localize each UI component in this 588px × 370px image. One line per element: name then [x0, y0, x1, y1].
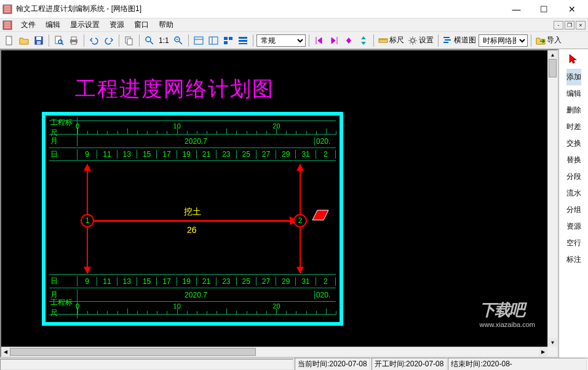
day-cell: 31: [296, 150, 316, 159]
layout4-button[interactable]: [236, 34, 250, 47]
status-current-time: 当前时间:2020-07-08: [295, 358, 370, 370]
toolbar: 1:1 常规 标尺 设置 横道图 时标网络图 导入: [0, 32, 588, 49]
maximize-button[interactable]: ☐: [530, 1, 558, 18]
menu-window[interactable]: 窗口: [129, 18, 154, 31]
open-button[interactable]: [17, 34, 31, 47]
diagram-frame: 工程标尺 01020 月 2020.7020. 日 91113151719212…: [42, 112, 343, 326]
menu-help[interactable]: 帮助: [154, 18, 178, 31]
status-blank: [0, 359, 293, 370]
redo-button[interactable]: [102, 34, 116, 47]
close-button[interactable]: ✕: [558, 1, 586, 18]
svg-line-17: [179, 41, 182, 44]
mdi-close[interactable]: ×: [576, 21, 586, 30]
undo-button[interactable]: [87, 34, 101, 47]
gantt-button[interactable]: 横道图: [442, 35, 477, 45]
day-cell: 9: [77, 150, 97, 159]
horizontal-scrollbar[interactable]: ◀ ▶: [1, 347, 547, 356]
svg-rect-33: [443, 42, 448, 43]
ruler-button[interactable]: 标尺: [377, 35, 405, 45]
style-dropdown[interactable]: 常规: [256, 34, 306, 47]
nav-last-button[interactable]: [327, 34, 341, 47]
view-dropdown[interactable]: 时标网络图: [479, 34, 528, 47]
tool-空行[interactable]: 空行: [566, 235, 581, 251]
milestone-flag: [311, 209, 330, 221]
scroll-left-arrow[interactable]: ◀: [1, 347, 10, 356]
svg-rect-25: [224, 41, 228, 44]
svg-rect-19: [194, 37, 203, 44]
task-name: 挖土: [184, 207, 201, 218]
canvas-container: 工程进度网络计划图 工程标尺 01020 月 2020.7020. 日 9111…: [0, 49, 558, 358]
svg-rect-21: [209, 37, 218, 44]
tool-交换[interactable]: 交换: [566, 135, 581, 152]
canvas[interactable]: 工程进度网络计划图 工程标尺 01020 月 2020.7020. 日 9111…: [1, 50, 547, 347]
svg-rect-11: [71, 42, 76, 44]
statusbar: 当前时间:2020-07-08 开工时间:2020-07-08 结束时间:202…: [0, 358, 588, 370]
scroll-corner: [547, 347, 557, 356]
tool-时差[interactable]: 时差: [566, 119, 581, 135]
tool-编辑[interactable]: 编辑: [566, 85, 581, 102]
mdi-minimize[interactable]: -: [554, 21, 563, 30]
nav-first-button[interactable]: [312, 34, 326, 47]
mdi-restore[interactable]: ❐: [565, 21, 574, 30]
scroll-down-arrow[interactable]: ▼: [548, 338, 557, 347]
tool-添加[interactable]: 添加: [566, 69, 581, 85]
menu-resource[interactable]: 资源: [105, 18, 129, 31]
vertical-scrollbar[interactable]: ▲ ▼: [547, 50, 557, 347]
tool-资源[interactable]: 资源: [566, 218, 581, 235]
menu-display[interactable]: 显示设置: [65, 18, 105, 31]
layout3-button[interactable]: [221, 34, 235, 47]
node-2[interactable]: 2: [293, 214, 307, 227]
zoom-fit-button[interactable]: [172, 34, 185, 47]
svg-rect-13: [127, 39, 132, 45]
hscroll-thumb[interactable]: [10, 348, 256, 356]
day-row-top: 日 911131517192123252729312: [49, 148, 336, 161]
tool-替换[interactable]: 替换: [566, 152, 581, 168]
print-button[interactable]: [67, 34, 81, 47]
svg-rect-28: [239, 43, 247, 44]
ruler-row-top: 工程标尺 01020: [49, 120, 336, 134]
layout2-button[interactable]: [207, 34, 220, 47]
day-cell: 25: [237, 150, 256, 159]
import-button[interactable]: 导入: [534, 35, 563, 45]
day-cell: 15: [137, 277, 157, 286]
menubar: 文件 编辑 显示设置 资源 窗口 帮助 - ❐ ×: [0, 18, 588, 32]
app-icon: [2, 4, 12, 14]
doc-icon: [2, 20, 12, 30]
day-cell: 17: [157, 277, 177, 286]
day-cell: 19: [177, 277, 197, 286]
settings-button[interactable]: 设置: [407, 35, 435, 45]
layout1-button[interactable]: [192, 34, 205, 47]
preview-button[interactable]: [52, 34, 66, 47]
scroll-right-arrow[interactable]: ▶: [539, 347, 547, 356]
task-arrow[interactable]: [94, 220, 291, 222]
copy-button[interactable]: [122, 34, 136, 47]
menu-edit[interactable]: 编辑: [41, 18, 65, 31]
titlebar: 翰文工程进度计划编制系统 - [网络图1] — ☐ ✕: [0, 0, 588, 18]
tool-标注[interactable]: 标注: [566, 251, 581, 268]
svg-rect-24: [229, 37, 232, 40]
day-cell: 9: [77, 277, 97, 286]
day-cell: 31: [296, 277, 316, 286]
day-cell: 2: [316, 150, 336, 159]
scroll-up-arrow[interactable]: ▲: [548, 50, 557, 59]
minimize-button[interactable]: —: [503, 1, 530, 18]
new-button[interactable]: [2, 34, 16, 47]
tool-删除[interactable]: 删除: [566, 102, 581, 119]
month-row-top: 月 2020.7020.: [49, 134, 336, 148]
zoom-ratio[interactable]: 1:1: [157, 36, 170, 45]
svg-rect-27: [239, 40, 247, 42]
pointer-tool[interactable]: [566, 52, 581, 66]
day-cell: 11: [97, 150, 117, 159]
tool-流水[interactable]: 流水: [566, 185, 581, 202]
node-1[interactable]: 1: [81, 214, 94, 227]
zoom-button[interactable]: [143, 34, 156, 47]
collapse-button[interactable]: [342, 34, 356, 47]
vscroll-thumb[interactable]: [549, 59, 557, 77]
diagram-title: 工程进度网络计划图: [75, 75, 274, 103]
tool-分组[interactable]: 分组: [566, 202, 581, 218]
expand-button[interactable]: [357, 34, 370, 47]
tool-分段[interactable]: 分段: [566, 168, 581, 185]
svg-rect-32: [445, 39, 451, 41]
save-button[interactable]: [32, 34, 46, 47]
menu-file[interactable]: 文件: [16, 18, 41, 31]
